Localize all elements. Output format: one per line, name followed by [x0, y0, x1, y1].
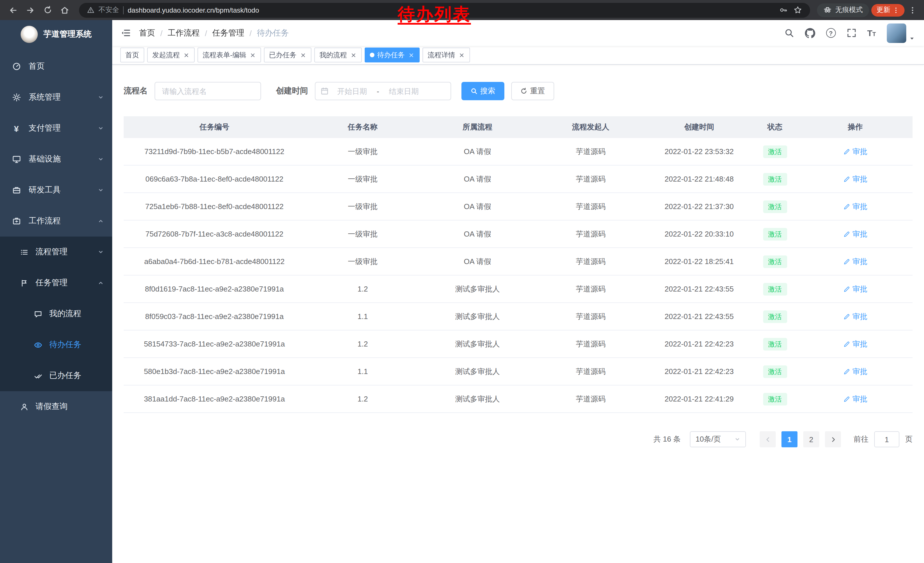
back-icon[interactable]	[6, 3, 21, 18]
sidebar-item-system[interactable]: 系统管理	[0, 82, 112, 113]
help-icon[interactable]: ?	[826, 28, 836, 38]
sidebar-item-todo-task[interactable]: 待办任务	[0, 329, 112, 360]
sidebar-item-infra[interactable]: 基础设施	[0, 144, 112, 175]
close-icon[interactable]	[350, 51, 357, 59]
sidebar-item-task-mgmt[interactable]: 任务管理	[0, 267, 112, 299]
flag-icon	[20, 279, 29, 287]
refresh-icon[interactable]	[40, 3, 55, 18]
process-name-input[interactable]	[154, 82, 261, 100]
date-range-picker[interactable]: -	[315, 82, 451, 100]
cell-task-name: 1.1	[305, 312, 420, 321]
sidebar-item-workflow[interactable]: 工作流程	[0, 206, 112, 237]
calendar-icon	[321, 87, 328, 95]
approve-button[interactable]: 审批	[843, 311, 867, 321]
sidebar-item-home[interactable]: 首页	[0, 51, 112, 82]
table-row: 580e1b3d-7ac8-11ec-a9e2-a2380e71991a 1.1…	[124, 358, 912, 386]
forward-icon[interactable]	[23, 3, 38, 18]
page-button-2[interactable]: 2	[803, 431, 819, 447]
cell-action: 审批	[798, 339, 912, 349]
tab-home[interactable]: 首页	[120, 48, 144, 62]
app-logo-row[interactable]: 芋道管理系统	[0, 20, 112, 49]
close-icon[interactable]	[458, 51, 465, 59]
edit-pencil-icon	[843, 148, 850, 155]
create-time-label: 创建时间	[276, 86, 308, 96]
close-icon[interactable]	[183, 51, 189, 59]
navbar-actions: ? TT	[784, 23, 915, 43]
fullscreen-icon[interactable]	[846, 28, 856, 38]
sidebar-item-process-mgmt[interactable]: 流程管理	[0, 237, 112, 267]
font-size-icon[interactable]: TT	[867, 29, 876, 37]
approve-button[interactable]: 审批	[843, 394, 867, 404]
approve-button[interactable]: 审批	[843, 174, 867, 184]
goto-page-input[interactable]	[874, 431, 899, 447]
approve-button[interactable]: 审批	[843, 284, 867, 294]
breadcrumb-home[interactable]: 首页	[139, 28, 155, 38]
caret-down-icon	[909, 35, 915, 41]
sidebar-item-label: 系统管理	[28, 92, 61, 102]
sidebar-item-devtools[interactable]: 研发工具	[0, 175, 112, 206]
sidebar-item-done-task[interactable]: 已办任务	[0, 360, 112, 391]
annotation-text: 待办列表	[398, 3, 471, 26]
approve-button[interactable]: 审批	[843, 256, 867, 267]
browser-menu-icon[interactable]	[907, 6, 918, 14]
person-icon	[20, 402, 29, 411]
edit-pencil-icon	[843, 176, 850, 182]
tab-process-form-edit[interactable]: 流程表单-编辑	[198, 48, 261, 62]
edit-pencil-icon	[843, 395, 850, 402]
tab-done-task[interactable]: 已办任务	[264, 48, 311, 62]
close-icon[interactable]	[249, 51, 256, 59]
approve-button[interactable]: 审批	[843, 146, 867, 157]
cell-task-name: 1.2	[305, 339, 420, 348]
edit-pencil-icon	[843, 231, 850, 237]
next-page-button[interactable]	[825, 431, 841, 447]
page-size-select[interactable]: 10条/页	[690, 431, 746, 447]
cell-task-name: 1.2	[305, 395, 420, 403]
approve-button[interactable]: 审批	[843, 366, 867, 377]
github-icon[interactable]	[805, 28, 815, 38]
search-icon[interactable]	[784, 28, 794, 38]
cell-process-name: 测试多审批人	[420, 394, 535, 404]
user-menu[interactable]	[887, 23, 915, 43]
list-icon	[20, 248, 29, 256]
tab-todo-task[interactable]: 待办任务	[364, 48, 420, 62]
cell-starter: 芋道源码	[535, 229, 646, 239]
breadcrumb-task-mgmt[interactable]: 任务管理	[212, 28, 244, 38]
cell-action: 审批	[798, 146, 912, 157]
approve-button[interactable]: 审批	[843, 201, 867, 212]
sidebar-item-leave-query[interactable]: 请假查询	[0, 391, 112, 422]
sidebar-item-pay[interactable]: ¥ 支付管理	[0, 113, 112, 144]
incognito-label: 无痕模式	[835, 5, 863, 15]
pagination: 共 16 条 10条/页 1 2 前往	[124, 431, 912, 447]
approve-label: 审批	[852, 339, 867, 349]
prev-page-button[interactable]	[760, 431, 776, 447]
incognito-icon	[823, 6, 832, 14]
page-button-1[interactable]: 1	[782, 431, 798, 447]
tab-my-process[interactable]: 我的流程	[314, 48, 362, 62]
key-icon[interactable]	[779, 6, 788, 14]
end-date-input[interactable]	[383, 87, 425, 95]
hamburger-icon[interactable]	[121, 28, 130, 38]
search-button[interactable]: 搜索	[461, 82, 504, 100]
tab-process-detail[interactable]: 流程详情	[423, 48, 470, 62]
cell-status: 激活	[752, 365, 798, 378]
cell-action: 审批	[798, 229, 912, 239]
close-icon[interactable]	[299, 51, 306, 59]
sidebar-item-label: 请假查询	[36, 401, 68, 412]
search-icon	[471, 88, 477, 95]
cell-process-name: 测试多审批人	[420, 311, 535, 321]
start-date-input[interactable]	[331, 87, 373, 95]
close-icon[interactable]	[408, 51, 414, 59]
approve-button[interactable]: 审批	[843, 229, 867, 239]
workflow-submenu: 流程管理 任务管理	[0, 237, 112, 391]
reset-button[interactable]: 重置	[511, 82, 554, 100]
update-button[interactable]: 更新	[872, 4, 904, 17]
approve-button[interactable]: 审批	[843, 339, 867, 349]
tab-start-process[interactable]: 发起流程	[147, 48, 195, 62]
sidebar-item-my-process[interactable]: 我的流程	[0, 299, 112, 329]
breadcrumb-workflow[interactable]: 工作流程	[168, 28, 200, 38]
cell-create-time: 2022-01-21 22:42:23	[646, 339, 752, 348]
edit-pencil-icon	[843, 368, 850, 375]
bookmark-star-icon[interactable]	[794, 6, 802, 14]
home-icon[interactable]	[57, 3, 72, 18]
cell-action: 审批	[798, 256, 912, 267]
